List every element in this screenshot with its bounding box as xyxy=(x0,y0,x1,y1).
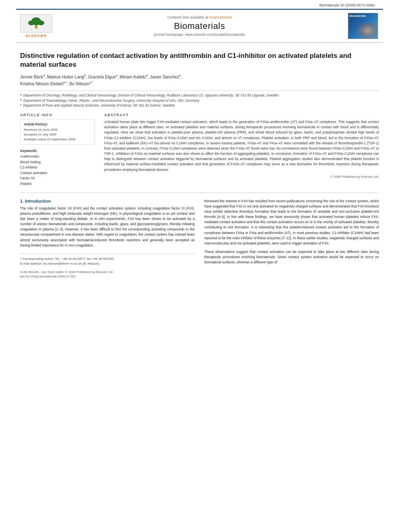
article-info-box: Article history: Received 16 June 2009 A… xyxy=(20,119,95,145)
article-info-column: ARTICLE INFO Article history: Received 1… xyxy=(20,113,95,187)
affil-sup-a: a xyxy=(20,93,22,98)
journal-header: ELSEVIER Contents lists available at Sci… xyxy=(16,9,383,43)
sup-ac: a,c xyxy=(63,81,67,84)
keywords-section: Keywords: Antithrombin Blood clotting C1… xyxy=(20,149,95,187)
abstract-section-label: ABSTRACT xyxy=(104,113,379,117)
keyword-platelet: Platelet xyxy=(20,181,95,187)
sup-b2: b xyxy=(146,74,148,77)
abstract-column: ABSTRACT Activated human plate lets trig… xyxy=(104,113,379,187)
sciencedirect-prefix: Contents lists available at xyxy=(167,15,210,19)
authors-line: Jennie Bäcka, Markus Huber Langb, Gracie… xyxy=(20,73,379,87)
keyword-blood-clotting: Blood clotting xyxy=(20,160,95,165)
article-info-abstract-section: ARTICLE INFO Article history: Received 1… xyxy=(20,113,379,187)
biomaterials-cover-label: Biomaterials xyxy=(350,14,366,17)
body-two-col: 1. Introduction The role of coagulation … xyxy=(20,199,379,278)
affiliations-section: a Department of Oncology, Radiology, and… xyxy=(20,90,379,108)
journal-cover-container: Biomaterials xyxy=(343,13,383,39)
doi-text: doi:10.1016/j.biomaterials.2009.07.052 xyxy=(20,275,195,278)
journal-header-center: Contents lists available at ScienceDirec… xyxy=(56,15,343,37)
main-content: Distinctive regulation of contact activa… xyxy=(0,43,399,286)
copyright-line: © 2009 Published by Elsevier Ltd. xyxy=(104,175,379,179)
article-title: Distinctive regulation of contact activa… xyxy=(20,51,379,69)
keywords-label: Keywords: xyxy=(20,149,95,153)
issn-text: 0142-9612/$ – see front matter © 2009 Pu… xyxy=(20,270,113,274)
received-date: Received 16 June 2009 xyxy=(24,127,91,132)
body-left-col: 1. Introduction The role of coagulation … xyxy=(20,199,195,278)
affil-text-c: Department of Pure and Applied Natural S… xyxy=(23,103,175,108)
sup-a1: a xyxy=(43,74,45,77)
accepted-date: Accepted 24 July 2009 xyxy=(24,132,91,137)
keyword-factor-xii: Factor XII xyxy=(20,176,95,181)
italic-in-vivo: in vivo xyxy=(65,243,74,247)
article-history-label: Article history: xyxy=(24,122,91,126)
elsevier-tree-svg xyxy=(24,17,48,29)
affil-item-a: a Department of Oncology, Radiology, and… xyxy=(20,93,379,98)
introduction-heading: 1. Introduction xyxy=(20,199,195,203)
keyword-antithrombin: Antithrombin xyxy=(20,154,95,160)
elsevier-logo-container: ELSEVIER xyxy=(16,14,56,38)
section-divider xyxy=(20,193,379,193)
affil-sup-c: c xyxy=(20,103,22,108)
sup-astar: a,* xyxy=(90,81,93,84)
journal-homepage: journal homepage: www.elsevier.com/locat… xyxy=(56,33,343,37)
biomaterials-cover-image: Biomaterials xyxy=(348,13,378,39)
elsevier-logo: ELSEVIER xyxy=(20,14,52,38)
page-bottom: 0142-9612/$ – see front matter © 2009 Pu… xyxy=(20,270,195,274)
journal-title-header: Biomaterials xyxy=(56,21,343,31)
svg-point-2 xyxy=(28,21,35,25)
affil-item-b: b Department of Traumatology, Hand-, Pla… xyxy=(20,98,379,103)
sup-b1: b xyxy=(84,74,86,77)
italic-in-vitro: in vitro xyxy=(95,217,105,221)
page-wrapper: Biomaterials 30 (2009) 6573–6580 ELSEVIE… xyxy=(0,0,399,532)
available-online-date: Available online 24 September 2009 xyxy=(24,137,91,142)
sup-a2: a xyxy=(116,74,117,77)
svg-point-3 xyxy=(38,21,44,25)
journal-reference-bar: Biomaterials 30 (2009) 6573–6580 xyxy=(0,0,399,9)
email-note: E-mail address: bo.nilsson@klinim m.uu.s… xyxy=(20,261,195,266)
affil-item-c: c Department of Pure and Applied Natural… xyxy=(20,103,379,108)
footnotes-section: * Corresponding author. Tel.: +46 18 611… xyxy=(20,254,195,266)
sup-a3: a xyxy=(179,74,181,77)
keyword-c1-inhibitor: C1-inhibitor xyxy=(20,165,95,170)
affil-sup-b: b xyxy=(20,98,22,103)
keyword-contact-activation: Contact activation xyxy=(20,170,95,176)
right-paragraph-1: Renewed the interest in FXII has resulte… xyxy=(204,199,379,246)
cover-texture-decoration xyxy=(358,23,378,39)
article-info-section-label: ARTICLE INFO xyxy=(20,113,95,117)
elsevier-logo-image xyxy=(20,14,52,33)
right-paragraph-2: These observations suggest that contact … xyxy=(204,249,379,265)
body-right-col: Renewed the interest in FXII has resulte… xyxy=(204,199,379,278)
journal-reference-text: Biomaterials 30 (2009) 6573–6580 xyxy=(319,3,375,7)
abstract-text: Activated human plate lets trigger FXII-… xyxy=(104,119,379,173)
affil-text-a: Department of Oncology, Radiology, and C… xyxy=(23,93,279,98)
intro-paragraph-1: The role of coagulation factor XII (FXII… xyxy=(20,206,195,248)
affil-text-b: Department of Traumatology, Hand-, Plast… xyxy=(23,98,200,103)
corresponding-author-note: * Corresponding author. Tel.: +46 18 611… xyxy=(20,257,195,261)
elsevier-label: ELSEVIER xyxy=(26,34,47,38)
sciencedirect-name: ScienceDirect xyxy=(210,15,232,19)
sciencedirect-link-line: Contents lists available at ScienceDirec… xyxy=(56,15,343,19)
